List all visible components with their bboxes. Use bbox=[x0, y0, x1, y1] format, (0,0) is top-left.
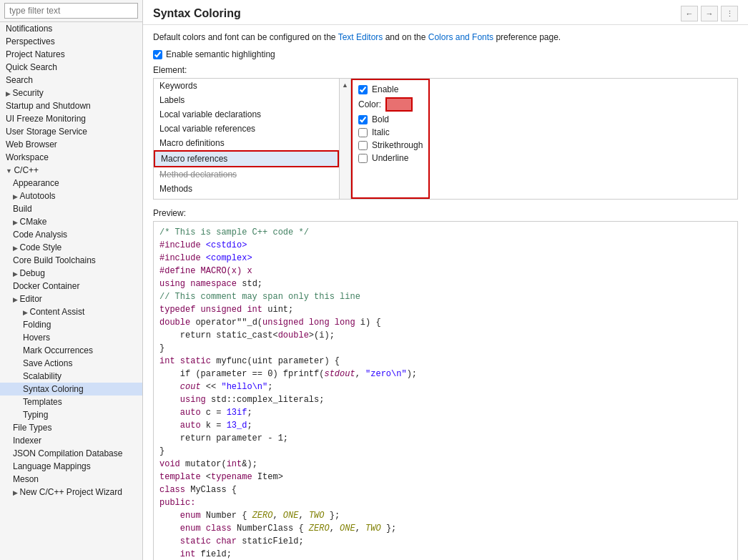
sidebar-item[interactable]: Editor bbox=[0, 293, 142, 305]
preview-13d: 13_d bbox=[227, 421, 247, 431]
preview-auto2-val: k = bbox=[201, 421, 227, 431]
color-picker[interactable] bbox=[385, 97, 413, 112]
element-list-item[interactable]: Macro definitions bbox=[154, 136, 339, 150]
element-list-item[interactable]: Macro references bbox=[154, 150, 339, 167]
back-button[interactable]: ← bbox=[681, 6, 698, 21]
sidebar-item[interactable]: Workspace bbox=[0, 151, 142, 164]
sidebar-item[interactable]: Typing bbox=[0, 408, 142, 421]
preview-code: /* This is sample C++ code */ #include <… bbox=[154, 222, 737, 560]
preview-comment1: /* This is sample C++ code */ bbox=[159, 227, 309, 237]
bold-checkbox[interactable] bbox=[358, 115, 368, 124]
preview-class-kw: class bbox=[159, 485, 185, 495]
underline-checkbox[interactable] bbox=[358, 154, 368, 163]
list-scrollbar[interactable]: ▲ bbox=[340, 79, 351, 199]
sidebar-item[interactable]: Scalability bbox=[0, 370, 142, 383]
preview-space2 bbox=[159, 382, 180, 392]
preview-include1-kw: #include bbox=[159, 240, 201, 250]
enable-semantic-row: Enable semantic highlighting bbox=[153, 49, 738, 59]
sidebar-item[interactable]: Hovers bbox=[0, 331, 142, 344]
sidebar-item[interactable]: UI Freeze Monitoring bbox=[0, 112, 142, 125]
sidebar-item[interactable]: User Storage Service bbox=[0, 125, 142, 138]
preview-param: i) { bbox=[355, 318, 381, 328]
sidebar-item[interactable]: Autotools bbox=[0, 190, 142, 202]
sidebar-item[interactable]: Code Style bbox=[0, 241, 142, 254]
preview-comment2: // This comment may span only this line bbox=[159, 292, 360, 302]
sidebar-item[interactable]: Save Actions bbox=[0, 357, 142, 370]
strikethrough-option-row: Strikethrough bbox=[358, 140, 423, 150]
preview-cout-op: << bbox=[201, 382, 222, 392]
preview-13if: 13if bbox=[227, 408, 247, 418]
preview-zero-val: ZERO bbox=[252, 511, 273, 521]
sidebar-item[interactable]: Indexer bbox=[0, 434, 142, 447]
preview-hello: "hello\n" bbox=[221, 382, 267, 392]
element-list-item[interactable]: Methods bbox=[154, 182, 339, 196]
italic-option-row: Italic bbox=[358, 127, 423, 137]
strikethrough-checkbox[interactable] bbox=[358, 141, 368, 150]
sidebar-tree: NotificationsPerspectivesProject Natures… bbox=[0, 22, 142, 560]
text-editors-link[interactable]: Text Editors bbox=[338, 32, 383, 42]
preview-mutator: mutator( bbox=[180, 459, 227, 469]
desc-text3: preference page. bbox=[493, 32, 561, 42]
preview-fprintf-end: , bbox=[355, 369, 365, 379]
preview-cout-end: ; bbox=[267, 382, 272, 392]
element-list-item[interactable]: Method declarations bbox=[154, 167, 339, 182]
preview-semi1: ; bbox=[247, 408, 252, 418]
preview-double: double bbox=[159, 318, 190, 328]
italic-checkbox[interactable] bbox=[358, 128, 368, 137]
sidebar-item[interactable]: Search bbox=[0, 74, 142, 87]
preview-int: int bbox=[159, 356, 175, 366]
preview-return1: return static_cast< bbox=[159, 330, 278, 340]
preview-include1-file: <cstdio> bbox=[206, 240, 247, 250]
sidebar-item[interactable]: Templates bbox=[0, 396, 142, 408]
sidebar-item[interactable]: CMake bbox=[0, 215, 142, 228]
sidebar-item[interactable]: New C/C++ Project Wizard bbox=[0, 486, 142, 498]
sidebar: NotificationsPerspectivesProject Natures… bbox=[0, 0, 143, 560]
preview-comma2: , bbox=[298, 511, 308, 521]
forward-button[interactable]: → bbox=[701, 6, 718, 21]
sidebar-item[interactable]: C/C++ bbox=[0, 164, 142, 177]
preview-define: #define MACRO(x) x bbox=[159, 266, 252, 276]
sidebar-item[interactable]: Quick Search bbox=[0, 61, 142, 74]
sidebar-item[interactable]: Folding bbox=[0, 318, 142, 331]
element-list-item[interactable]: Keywords bbox=[154, 79, 339, 93]
sidebar-item[interactable]: Code Analysis bbox=[0, 228, 142, 241]
element-list-item[interactable]: Namespaces bbox=[154, 196, 339, 199]
sidebar-item[interactable]: Syntax Coloring bbox=[0, 383, 142, 396]
more-button[interactable]: ⋮ bbox=[721, 6, 738, 21]
sidebar-item[interactable]: JSON Compilation Database bbox=[0, 447, 142, 460]
preview-cast: >(i); bbox=[309, 330, 335, 340]
sidebar-item[interactable]: File Types bbox=[0, 421, 142, 434]
preview-two-val2: TWO bbox=[365, 524, 381, 534]
sidebar-item[interactable]: Startup and Shutdown bbox=[0, 99, 142, 112]
sidebar-item[interactable]: Core Build Toolchains bbox=[0, 254, 142, 267]
filter-input[interactable] bbox=[4, 3, 138, 19]
sidebar-item[interactable]: Security bbox=[0, 87, 142, 99]
sidebar-item[interactable]: Appearance bbox=[0, 177, 142, 190]
preview-enum-name2: NumberClass { bbox=[232, 524, 309, 534]
sidebar-item[interactable]: Docker Container bbox=[0, 280, 142, 293]
sidebar-item[interactable]: Meson bbox=[0, 473, 142, 486]
preview-mutator-end: &); bbox=[242, 459, 257, 469]
sidebar-item[interactable]: Build bbox=[0, 202, 142, 215]
sidebar-item[interactable]: Project Natures bbox=[0, 48, 142, 61]
element-list-item[interactable]: Local variable declarations bbox=[154, 107, 339, 122]
element-list-item[interactable]: Local variable references bbox=[154, 122, 339, 136]
enable-checkbox[interactable] bbox=[358, 85, 368, 94]
header-icons: ← → ⋮ bbox=[681, 6, 738, 21]
sidebar-item[interactable]: Perspectives bbox=[0, 35, 142, 48]
enable-semantic-checkbox[interactable] bbox=[153, 50, 162, 59]
element-list-item[interactable]: Labels bbox=[154, 93, 339, 107]
colors-fonts-link[interactable]: Colors and Fonts bbox=[428, 32, 493, 42]
sidebar-item[interactable]: Content Assist bbox=[0, 305, 142, 318]
sidebar-item[interactable]: Language Mappings bbox=[0, 460, 142, 473]
element-label: Element: bbox=[153, 65, 738, 75]
sidebar-item[interactable]: Debug bbox=[0, 267, 142, 280]
sidebar-item[interactable]: Web Browser bbox=[0, 138, 142, 151]
sidebar-item[interactable]: Mark Occurrences bbox=[0, 344, 142, 357]
sidebar-item[interactable]: Notifications bbox=[0, 22, 142, 35]
scroll-up-arrow[interactable]: ▲ bbox=[340, 80, 350, 90]
preview-include2-file: <complex> bbox=[206, 253, 252, 263]
preview-comma3: , bbox=[330, 524, 340, 534]
preview-typedef: typedef unsigned int bbox=[159, 305, 262, 315]
preview-if: if (parameter == 0) fprintf( bbox=[159, 369, 324, 379]
